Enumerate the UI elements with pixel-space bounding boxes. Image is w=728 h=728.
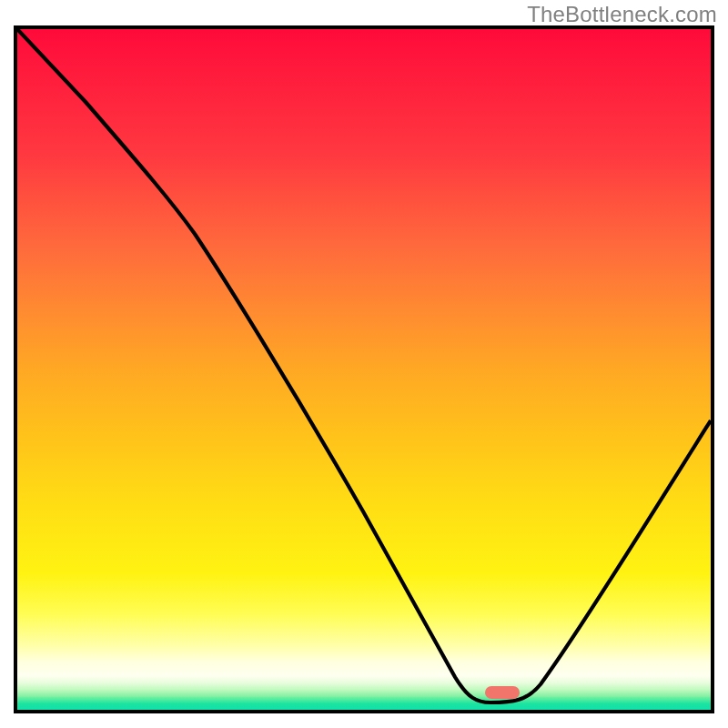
plot-area bbox=[14, 25, 714, 713]
bottleneck-curve-path bbox=[17, 29, 711, 703]
chart-frame: TheBottleneck.com bbox=[0, 0, 728, 728]
optimum-marker bbox=[485, 686, 520, 699]
watermark-text: TheBottleneck.com bbox=[527, 2, 717, 27]
curve-svg bbox=[17, 29, 711, 710]
